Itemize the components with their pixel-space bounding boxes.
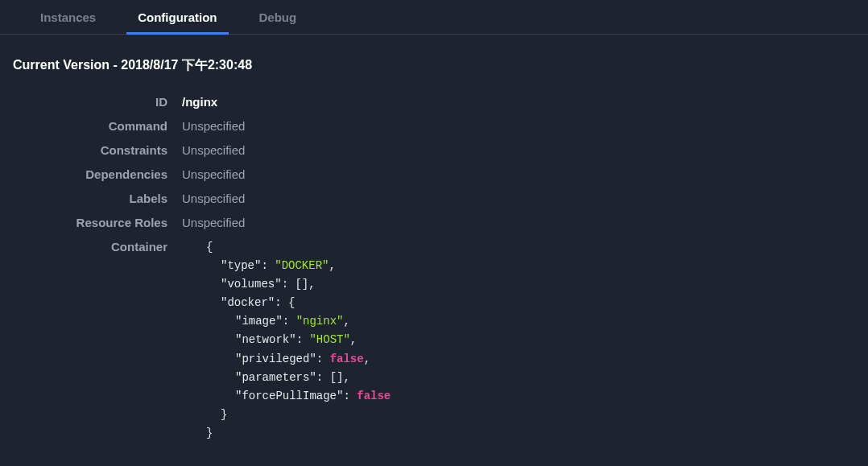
- config-value-container: { "type": "DOCKER", "volumes": [], "dock…: [182, 238, 391, 443]
- json-brace-close: }: [206, 427, 213, 439]
- config-label: Resource Roles: [13, 214, 182, 232]
- json-value-type: "DOCKER": [275, 259, 329, 272]
- json-key-volumes: "volumes": [221, 278, 282, 291]
- json-value-volumes: []: [295, 278, 308, 291]
- config-label: Command: [13, 118, 182, 135]
- config-value-constraints: Unspecified: [182, 142, 245, 159]
- json-value-forcepullimage: false: [357, 390, 391, 402]
- config-label: Dependencies: [13, 166, 182, 184]
- config-row-id: ID /nginx: [13, 90, 868, 114]
- json-key-type: "type": [221, 259, 261, 272]
- json-key-privileged: "privileged": [235, 353, 316, 365]
- config-label: ID: [13, 93, 182, 111]
- config-value-command: Unspecified: [182, 118, 245, 135]
- container-json: { "type": "DOCKER", "volumes": [], "dock…: [182, 238, 391, 443]
- config-row-command: Command Unspecified: [13, 114, 868, 138]
- config-row-dependencies: Dependencies Unspecified: [13, 163, 868, 187]
- config-row-constraints: Constraints Unspecified: [13, 138, 868, 163]
- json-value-network: "HOST": [309, 333, 349, 346]
- json-key-forcepullimage: "forcePullImage": [235, 390, 343, 402]
- config-value-resource-roles: Unspecified: [182, 214, 245, 232]
- tab-bar: Instances Configuration Debug: [0, 0, 868, 35]
- tab-instances[interactable]: Instances: [29, 1, 107, 35]
- json-key-image: "image": [235, 315, 283, 328]
- config-row-resource-roles: Resource Roles Unspecified: [13, 211, 868, 235]
- json-key-parameters: "parameters": [235, 371, 316, 384]
- config-row-labels: Labels Unspecified: [13, 187, 868, 211]
- config-label: Container: [13, 238, 182, 256]
- json-brace-close: }: [221, 408, 227, 421]
- json-value-privileged: false: [330, 353, 364, 365]
- config-value-labels: Unspecified: [182, 190, 245, 208]
- tab-configuration[interactable]: Configuration: [126, 1, 228, 35]
- config-label: Labels: [13, 190, 182, 208]
- json-value-parameters: []: [330, 371, 344, 384]
- config-label: Constraints: [13, 142, 182, 159]
- config-row-container: Container { "type": "DOCKER", "volumes":…: [13, 235, 868, 446]
- json-key-docker: "docker": [221, 296, 275, 309]
- current-version-label: Current Version - 2018/8/17 下午2:30:48: [0, 35, 868, 90]
- config-value-id: /nginx: [182, 93, 217, 111]
- config-value-dependencies: Unspecified: [182, 166, 245, 184]
- json-key-network: "network": [235, 333, 296, 346]
- tab-debug[interactable]: Debug: [248, 1, 308, 35]
- json-brace-open: {: [206, 241, 213, 254]
- configuration-details: ID /nginx Command Unspecified Constraint…: [0, 90, 868, 446]
- json-value-image: "nginx": [296, 315, 344, 328]
